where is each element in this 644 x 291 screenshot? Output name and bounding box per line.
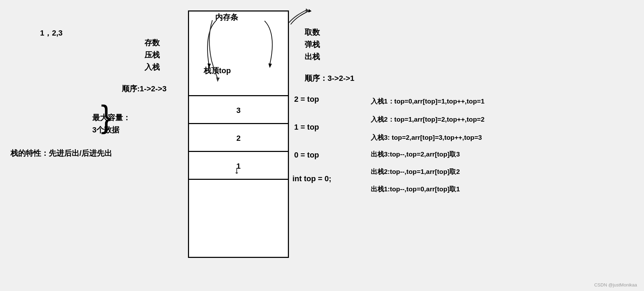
max-cap-line1: 最大容量： <box>92 112 131 124</box>
push2-detail: 入栈2：top=1,arr[top]=2,top++,top=2 <box>371 115 485 124</box>
pop-ops-label: 取数 弹栈 出栈 <box>305 26 320 63</box>
push-op-1: 存数 <box>144 37 160 49</box>
divider-row3 <box>189 123 288 124</box>
top-0-label: 0 = top <box>294 151 319 160</box>
int-top-label: int top = 0; <box>292 174 331 183</box>
cell-3-label: 3 <box>189 98 288 123</box>
top-1-label: 1 = top <box>294 123 319 132</box>
max-capacity-label: 最大容量： 3个数据 <box>92 112 131 136</box>
push-op-2: 压栈 <box>144 49 160 61</box>
svg-marker-4 <box>306 8 309 12</box>
push-ops-label: 存数 压栈 入栈 <box>144 37 160 74</box>
numbers-input: 1，2,3 <box>40 28 63 38</box>
pop-op-3: 出栈 <box>305 51 320 63</box>
pop-op-2: 弹栈 <box>305 38 320 51</box>
pop-order-label: 顺序：3->2->1 <box>305 73 354 84</box>
watermark: CSDN @justMonikaa <box>594 282 637 288</box>
memory-bar-title: 内存条 <box>215 12 238 23</box>
pop-op-1: 取数 <box>305 26 320 38</box>
push1-detail: 入栈1：top=0,arr[top]=1,top++,top=1 <box>371 97 485 106</box>
cell-2-label: 2 <box>189 126 288 151</box>
pop2-detail: 出栈2:top--,top=1,arr[top]取2 <box>371 167 460 176</box>
push-order-label: 顺序:1->2->3 <box>122 84 166 94</box>
cell-1-label: 1 <box>189 154 288 179</box>
divider-row1 <box>189 179 288 180</box>
pop3-detail: 出栈3:top--,top=2,arr[top]取3 <box>371 150 460 159</box>
memory-box: 3 2 1 <box>188 10 289 258</box>
arrows-svg <box>0 0 644 291</box>
pop1-detail: 出栈1:top--,top=0,arr[top]取1 <box>371 185 460 194</box>
main-canvas: 3 2 1 内存条 栈顶top 1，2,3 存数 压栈 入栈 顺序:1->2->… <box>0 0 644 291</box>
divider-row2 <box>189 151 288 152</box>
stack-property-label: 栈的特性：先进后出/后进先出 <box>10 148 112 159</box>
decorative-arrows <box>0 0 644 291</box>
stack-top-label: 栈顶top <box>204 66 231 76</box>
top-2-label: 2 = top <box>294 95 319 104</box>
divider-top <box>189 95 288 96</box>
max-cap-line2: 3个数据 <box>92 124 131 136</box>
svg-marker-2 <box>308 9 312 13</box>
push-op-3: 入栈 <box>144 61 160 73</box>
push3-detail: 入栈3: top=2,arr[top]=3,top++,top=3 <box>371 133 482 142</box>
